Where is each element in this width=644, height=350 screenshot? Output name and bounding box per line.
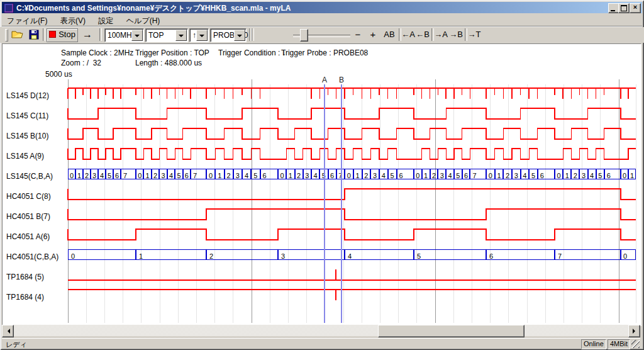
menu-file[interactable]: ファイル(F) xyxy=(2,14,52,26)
channel-label: TP1684 (5) xyxy=(6,272,44,282)
channel-label: HC4051 C(8) xyxy=(6,191,51,201)
run-button[interactable]: → xyxy=(79,28,96,41)
close-button[interactable]: × xyxy=(630,3,641,13)
resize-grip[interactable] xyxy=(631,340,640,348)
arrow-left-icon xyxy=(5,329,10,334)
toolbar: Stop → 100MHz TOP ↑ PROBE00 − + AB ←A ←B xyxy=(0,27,644,43)
goto-b-left-button[interactable]: ←B xyxy=(416,28,430,41)
info-trigger-probe: Trigger Probe : PROBE08 xyxy=(281,48,368,57)
open-folder-icon xyxy=(10,28,25,41)
scroll-right-button[interactable] xyxy=(628,325,640,337)
menu-bar: ファイル(F) 表示(V) 設定 ヘルプ(H) xyxy=(2,14,642,26)
channel-label: LS145 D(12) xyxy=(6,91,49,101)
menu-settings[interactable]: 設定 xyxy=(93,14,118,26)
window-title: C:¥Documents and Settings¥noname¥デスクトップ¥… xyxy=(16,3,291,14)
online-indicator: Online xyxy=(581,339,606,349)
title-bar: C:¥Documents and Settings¥noname¥デスクトップ¥… xyxy=(2,2,642,13)
info-length: Length : 488.000 us xyxy=(135,59,202,67)
stop-label: Stop xyxy=(58,30,75,39)
waveform-client-area xyxy=(2,43,641,326)
channel-label: LS145 C(11) xyxy=(6,111,48,121)
chevron-down-icon[interactable] xyxy=(175,30,187,41)
trigger-edge-select[interactable]: ↑ xyxy=(189,28,209,42)
stop-button[interactable]: Stop xyxy=(47,28,78,42)
app-window: C:¥Documents and Settings¥noname¥デスクトップ¥… xyxy=(0,0,644,350)
info-zoom: Zoom : / 32 xyxy=(61,59,101,67)
timebase-label: 5000 us xyxy=(45,70,72,79)
memory-indicator: 4MBit xyxy=(608,339,630,349)
close-icon: × xyxy=(633,3,637,11)
stop-icon xyxy=(49,31,56,38)
zoom-slider-thumb[interactable] xyxy=(300,29,308,42)
toolbar-separator xyxy=(43,28,45,41)
info-trigger-condition: Trigger Condition : ↓ xyxy=(218,48,286,57)
channel-label: TP1684 (4) xyxy=(6,292,44,302)
chevron-down-icon[interactable] xyxy=(234,30,245,41)
scrollbar-thumb[interactable] xyxy=(378,325,525,337)
channel-label: LS145(C,B,A) xyxy=(6,171,53,181)
minimize-icon xyxy=(611,10,615,11)
chevron-down-icon[interactable] xyxy=(196,30,208,41)
channel-label: HC4051 B(7) xyxy=(6,212,50,222)
trigger-probe-select[interactable]: PROBE00 xyxy=(210,28,247,42)
goto-a-left-button[interactable]: ←A xyxy=(401,28,415,41)
status-bar: レディ Online 4MBit xyxy=(2,338,640,349)
goto-a-right-button[interactable]: →A xyxy=(434,28,448,41)
channel-label: HC4051(C,B,A) xyxy=(6,252,58,262)
zoom-out-button[interactable]: − xyxy=(352,28,364,41)
toolbar-grip[interactable] xyxy=(5,29,8,42)
ab-button[interactable]: AB xyxy=(381,28,397,41)
horizontal-scrollbar[interactable] xyxy=(2,325,640,336)
save-floppy-icon xyxy=(26,28,42,41)
channel-label: LS145 B(10) xyxy=(6,131,48,141)
app-icon xyxy=(4,3,14,13)
menu-help[interactable]: ヘルプ(H) xyxy=(121,14,165,26)
open-file-button[interactable] xyxy=(10,28,25,41)
menu-view[interactable]: 表示(V) xyxy=(55,14,91,26)
zoom-in-button[interactable]: + xyxy=(367,28,379,41)
channel-label: LS145 A(9) xyxy=(6,151,44,161)
status-ready-text: レディ xyxy=(6,340,27,349)
maximize-button[interactable] xyxy=(618,3,630,13)
maximize-icon xyxy=(621,5,627,11)
save-file-button[interactable] xyxy=(26,28,42,41)
trigger-position-value: TOP xyxy=(148,31,164,40)
info-sample-clock: Sample Clock : 2MHz xyxy=(61,48,133,57)
arrow-right-icon xyxy=(633,329,638,334)
toolbar-separator xyxy=(252,28,254,41)
chevron-down-icon[interactable] xyxy=(131,30,143,41)
goto-b-right-button[interactable]: →B xyxy=(448,28,464,41)
goto-trigger-button[interactable]: →T xyxy=(467,28,481,41)
scroll-left-button[interactable] xyxy=(2,325,14,337)
trigger-position-select[interactable]: TOP xyxy=(145,28,188,42)
toolbar-separator xyxy=(99,28,102,41)
sample-clock-select[interactable]: 100MHz xyxy=(104,28,144,42)
channel-label: HC4051 A(6) xyxy=(6,232,50,242)
info-trigger-position: Trigger Position : TOP xyxy=(135,48,209,57)
